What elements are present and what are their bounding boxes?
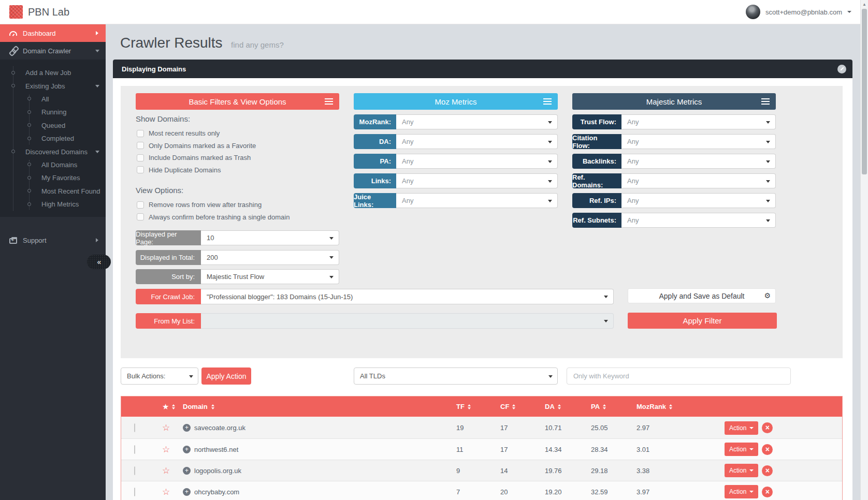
basic-filters-header[interactable]: Basic Filters & View Options xyxy=(136,93,339,110)
ref-ips-select[interactable]: Any xyxy=(621,193,776,208)
my-list-select[interactable] xyxy=(201,313,614,329)
favorite-star-icon[interactable] xyxy=(162,422,170,433)
sidebar-item-high-metrics[interactable]: High Metrics xyxy=(0,198,106,211)
action-button[interactable]: Action xyxy=(725,485,758,498)
sidebar-item-domain-crawler[interactable]: Domain Crawler xyxy=(0,42,106,60)
checkbox[interactable] xyxy=(137,130,144,137)
view-options-label: View Options: xyxy=(136,186,339,195)
sidebar-item-jobs-completed[interactable]: Completed xyxy=(0,132,106,145)
tld-filter-select[interactable]: All TLDs xyxy=(354,367,558,385)
checkbox-label: Hide Duplicate Domains xyxy=(149,166,221,174)
bulk-actions-select[interactable]: Bulk Actions: xyxy=(121,367,198,385)
table-header-domain[interactable]: Domain xyxy=(180,403,454,410)
row-checkbox[interactable] xyxy=(134,488,135,496)
table-header-mozrank[interactable]: MozRank xyxy=(634,403,722,410)
card-body: Basic Filters & View Options Show Domain… xyxy=(113,78,852,500)
sidebar-item-my-favorites[interactable]: My Favorites xyxy=(0,171,106,184)
per-page-select[interactable]: 10 xyxy=(201,230,339,245)
sort-icon[interactable] xyxy=(172,404,175,409)
action-button[interactable]: Action xyxy=(725,443,758,456)
expand-plus-icon[interactable] xyxy=(183,446,191,453)
sidebar-collapse-button[interactable]: « xyxy=(87,255,111,269)
sort-by-select[interactable]: Majestic Trust Flow xyxy=(201,269,339,284)
checkbox[interactable] xyxy=(137,213,144,220)
da-select[interactable]: Any xyxy=(396,134,558,149)
sort-icon[interactable] xyxy=(603,404,606,409)
cf-value: 17 xyxy=(500,424,508,432)
table-header-tf[interactable]: TF xyxy=(454,403,498,410)
crawl-job-select[interactable]: "Professional blogger": 183 Domains (15-… xyxy=(201,289,614,304)
in-total-select[interactable]: 200 xyxy=(201,250,339,265)
apply-save-default-button[interactable]: Apply and Save as Default xyxy=(628,288,776,303)
expand-plus-icon[interactable] xyxy=(183,488,191,496)
mozrank-select[interactable]: Any xyxy=(396,114,558,129)
moz-metrics-header[interactable]: Moz Metrics xyxy=(354,93,558,110)
scroll-up-arrow-icon[interactable] xyxy=(861,0,868,8)
juice-links-select[interactable]: Any xyxy=(396,193,558,208)
sort-icon[interactable] xyxy=(211,404,214,409)
checkbox[interactable] xyxy=(137,166,144,173)
trust-flow-select[interactable]: Any xyxy=(621,114,776,129)
row-checkbox[interactable] xyxy=(134,445,135,454)
checkbox[interactable] xyxy=(137,201,144,209)
checkbox[interactable] xyxy=(137,142,144,149)
expand-plus-icon[interactable] xyxy=(183,467,191,475)
column-label: CF xyxy=(500,403,509,410)
citation-flow-select[interactable]: Any xyxy=(621,134,776,149)
sort-icon[interactable] xyxy=(558,404,561,409)
select-caret-icon xyxy=(329,237,334,240)
sidebar-item-all-domains[interactable]: All Domains xyxy=(0,158,106,171)
sidebar-item-most-recent-found[interactable]: Most Recent Found xyxy=(0,185,106,198)
sidebar-item-jobs-queued[interactable]: Queued xyxy=(0,119,106,132)
panel-toggle-button[interactable] xyxy=(837,65,846,73)
apply-filter-button[interactable]: Apply Filter xyxy=(628,313,777,329)
checkbox[interactable] xyxy=(137,154,144,161)
sort-icon[interactable] xyxy=(512,404,515,409)
action-button[interactable]: Action xyxy=(725,464,758,477)
da-value: 19.76 xyxy=(545,467,562,475)
table-header-favorite[interactable] xyxy=(153,402,180,411)
sidebar-item-add-new-job[interactable]: Add a New Job xyxy=(0,66,106,79)
table-header-cf[interactable]: CF xyxy=(498,403,542,410)
ref-subnets-select[interactable]: Any xyxy=(621,213,776,228)
page-head: Crawler Results find any gems? xyxy=(106,24,868,60)
action-button[interactable]: Action xyxy=(725,421,758,435)
table-header-da[interactable]: DA xyxy=(542,403,588,410)
select-caret-icon xyxy=(189,375,193,378)
favorite-star-icon[interactable] xyxy=(162,444,170,455)
row-checkbox[interactable] xyxy=(134,423,135,432)
sidebar-item-support[interactable]: Support xyxy=(0,231,106,249)
majestic-metrics-header[interactable]: Majestic Metrics xyxy=(572,93,776,110)
expand-plus-icon[interactable] xyxy=(183,424,191,432)
row-checkbox[interactable] xyxy=(134,466,135,475)
trash-x-button[interactable] xyxy=(762,422,773,433)
trash-x-button[interactable] xyxy=(762,465,773,476)
trash-x-button[interactable] xyxy=(762,487,773,497)
select-caret-icon xyxy=(329,276,334,278)
sidebar-item-dashboard[interactable]: Dashboard xyxy=(0,24,106,42)
backlinks-select[interactable]: Any xyxy=(621,154,776,169)
favorite-star-icon[interactable] xyxy=(162,487,170,497)
ref-domains-select[interactable]: Any xyxy=(621,173,776,188)
sort-icon[interactable] xyxy=(468,404,471,409)
user-menu[interactable]: scott+demo@pbnlab.com xyxy=(746,4,851,20)
scrollbar-thumb[interactable] xyxy=(862,9,867,174)
links-select[interactable]: Any xyxy=(396,173,558,188)
cf-value: 17 xyxy=(500,446,508,453)
column-label: MozRank xyxy=(636,403,666,410)
card-header-title: Displaying Domains xyxy=(122,65,186,73)
apply-action-button[interactable]: Apply Action xyxy=(201,367,251,385)
sort-icon[interactable] xyxy=(669,404,672,409)
keyword-input[interactable] xyxy=(567,367,791,385)
sidebar-item-existing-jobs[interactable]: Existing Jobs xyxy=(0,79,106,92)
sidebar-item-jobs-all[interactable]: All xyxy=(0,93,106,106)
brand[interactable]: PBN Lab xyxy=(9,5,69,19)
scrollbar[interactable] xyxy=(860,0,868,500)
circle-bullet-icon xyxy=(11,84,15,87)
pa-select[interactable]: Any xyxy=(396,154,558,169)
trash-x-button[interactable] xyxy=(762,444,773,455)
table-header-pa[interactable]: PA xyxy=(588,403,634,410)
favorite-star-icon[interactable] xyxy=(162,465,170,476)
sidebar-item-discovered-domains[interactable]: Discovered Domains xyxy=(0,145,106,158)
sidebar-item-jobs-running[interactable]: Running xyxy=(0,106,106,119)
